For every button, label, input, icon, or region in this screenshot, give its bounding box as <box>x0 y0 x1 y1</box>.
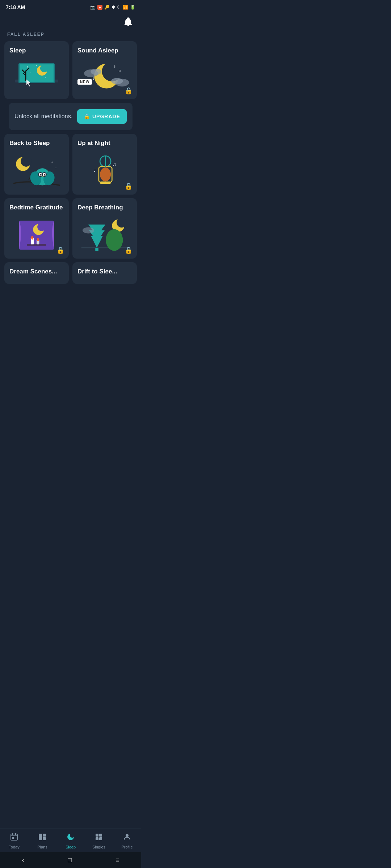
svg-rect-72 <box>99 834 102 837</box>
card-bedtime-gratitude-illustration <box>9 215 64 254</box>
card-sound-asleep-illustration: ♪ ♫ ♩ <box>77 58 132 94</box>
card-back-to-sleep-illustration <box>9 150 64 189</box>
svg-point-75 <box>126 834 129 837</box>
card-sleep-title: Sleep <box>9 47 64 54</box>
card-bedtime-gratitude[interactable]: Bedtime Gratitude <box>4 198 69 259</box>
card-sound-asleep-title: Sound Asleep <box>77 47 132 54</box>
svg-rect-48 <box>27 244 46 246</box>
card-up-at-night-illustration: ♫ ♩ <box>77 150 132 189</box>
lock-icon-up-at-night: 🔒 <box>125 182 133 190</box>
card-back-to-sleep-title: Back to Sleep <box>9 140 64 147</box>
header <box>0 13 141 29</box>
upgrade-button-label: UPGRADE <box>92 114 120 119</box>
card-drift-to-sleep-title: Drift to Slee... <box>77 268 132 275</box>
cards-row-3: Bedtime Gratitude <box>4 198 137 259</box>
bluetooth-icon: ✱ <box>112 5 115 10</box>
profile-icon <box>123 833 131 843</box>
svg-rect-67 <box>12 837 14 839</box>
svg-text:♫: ♫ <box>112 162 116 167</box>
upgrade-lock-icon: 🔒 <box>84 114 90 119</box>
svg-point-34 <box>44 174 45 176</box>
card-sleep-illustration <box>9 58 64 94</box>
moon-icon <box>66 833 75 843</box>
menu-button[interactable]: ≡ <box>115 856 119 864</box>
section-label: FALL ASLEEP <box>0 29 141 41</box>
card-up-at-night-title: Up at Night <box>77 140 132 147</box>
card-up-at-night[interactable]: Up at Night ♫ <box>72 134 137 195</box>
card-dream-scenes-title: Dream Scenes... <box>9 268 64 275</box>
system-nav-bar: ‹ □ ≡ <box>0 852 141 868</box>
svg-rect-41 <box>100 182 111 184</box>
tab-profile-label: Profile <box>121 845 133 849</box>
card-drift-to-sleep-partial[interactable]: Drift to Slee... <box>72 262 137 284</box>
lock-icon-bedtime-gratitude: 🔒 <box>56 246 64 254</box>
card-sound-asleep[interactable]: Sound Asleep ♪ ♫ <box>72 41 137 99</box>
cards-row-1: Sleep <box>4 41 137 99</box>
svg-text:♩: ♩ <box>92 76 94 81</box>
card-deep-breathing-illustration <box>77 215 132 254</box>
upgrade-text: Unlock all meditations. <box>14 113 72 120</box>
tab-singles-label: Singles <box>92 845 105 849</box>
calendar-icon <box>10 833 18 843</box>
svg-text:♪: ♪ <box>113 64 116 69</box>
moon-status-icon: ☾ <box>117 5 121 10</box>
svg-point-52 <box>37 238 39 241</box>
status-time: 7:18 AM <box>6 4 25 10</box>
svg-point-50 <box>31 236 33 240</box>
new-badge: NEW <box>77 79 92 85</box>
status-bar: 7:18 AM 📷 ▶ 🔑 ✱ ☾ 📶 🔋 <box>0 0 141 13</box>
svg-rect-59 <box>95 248 98 251</box>
tab-sleep[interactable]: Sleep <box>56 833 85 849</box>
singles-icon <box>94 833 103 843</box>
svg-point-33 <box>40 174 42 176</box>
upgrade-banner: Unlock all meditations. 🔒 UPGRADE <box>9 103 133 130</box>
svg-rect-61 <box>113 248 116 251</box>
cards-container: Sleep <box>0 41 141 259</box>
video-icon: 📷 <box>90 5 96 10</box>
svg-rect-73 <box>96 837 98 840</box>
upgrade-button[interactable]: 🔒 UPGRADE <box>77 109 127 124</box>
svg-point-25 <box>21 156 31 167</box>
svg-rect-63 <box>11 834 17 840</box>
tab-today[interactable]: Today <box>0 833 28 849</box>
svg-point-4 <box>40 64 48 72</box>
card-back-to-sleep[interactable]: Back to Sleep <box>4 134 69 195</box>
plans-icon <box>38 833 47 843</box>
svg-point-5 <box>27 67 28 68</box>
svg-rect-70 <box>43 837 46 840</box>
tab-plans[interactable]: Plans <box>28 833 56 849</box>
back-button[interactable]: ‹ <box>22 856 24 864</box>
notification-bell[interactable] <box>122 16 134 27</box>
card-dream-scenes-partial[interactable]: Dream Scenes... <box>4 262 69 284</box>
svg-point-18 <box>91 69 101 75</box>
partial-cards-row: Dream Scenes... Drift to Slee... <box>0 262 141 284</box>
svg-point-6 <box>30 72 30 73</box>
card-deep-breathing[interactable]: Deep Breathing <box>72 198 137 259</box>
svg-rect-69 <box>43 834 46 837</box>
svg-point-9 <box>45 77 46 78</box>
svg-text:♩: ♩ <box>94 168 96 173</box>
tab-plans-label: Plans <box>37 845 47 849</box>
wifi-icon: 📶 <box>123 5 128 10</box>
svg-point-20 <box>111 78 123 84</box>
home-button[interactable]: □ <box>68 856 72 864</box>
battery-icon: 🔋 <box>130 5 135 10</box>
svg-point-40 <box>100 168 111 182</box>
tab-singles[interactable]: Singles <box>85 833 113 849</box>
svg-rect-2 <box>20 64 54 82</box>
tab-profile[interactable]: Profile <box>113 833 141 849</box>
svg-point-60 <box>106 229 123 251</box>
svg-point-37 <box>55 168 56 169</box>
card-deep-breathing-title: Deep Breathing <box>77 204 132 211</box>
svg-rect-68 <box>39 834 42 840</box>
lock-icon-deep-breathing: 🔒 <box>125 246 133 254</box>
status-icons: 📷 ▶ 🔑 ✱ ☾ 📶 🔋 <box>90 5 135 10</box>
svg-point-47 <box>37 222 46 231</box>
svg-rect-71 <box>96 834 98 837</box>
card-bedtime-gratitude-title: Bedtime Gratitude <box>9 204 64 211</box>
lock-icon-sound-asleep: 🔒 <box>125 87 133 95</box>
svg-point-62 <box>83 227 94 233</box>
svg-point-36 <box>51 162 52 163</box>
card-sleep[interactable]: Sleep <box>4 41 69 99</box>
tab-bar: Today Plans Sleep Singl <box>0 829 141 852</box>
